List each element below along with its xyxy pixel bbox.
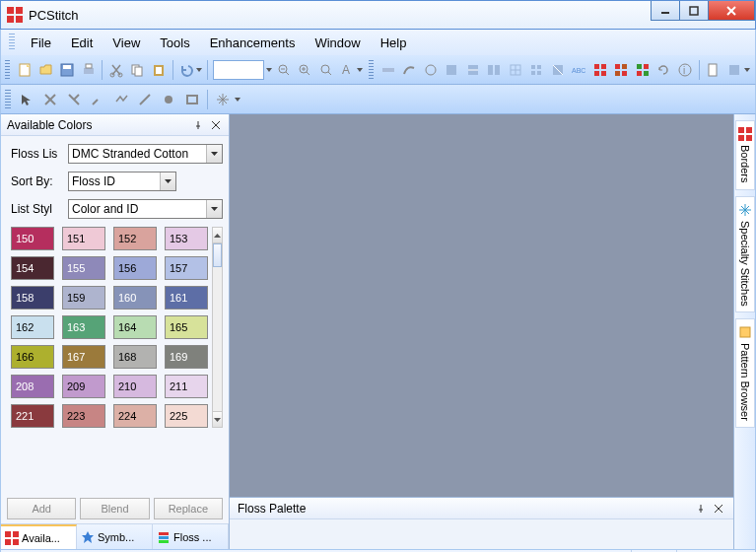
tool-b-icon[interactable] — [400, 59, 420, 81]
color-swatch[interactable]: 166 — [11, 345, 54, 369]
color-swatch[interactable]: 156 — [113, 256, 157, 280]
minimize-button[interactable] — [651, 1, 680, 21]
halfstitch-tool-icon[interactable] — [63, 89, 85, 110]
color-swatch[interactable]: 225 — [165, 404, 208, 428]
menu-tools[interactable]: Tools — [150, 34, 199, 52]
open-icon[interactable] — [36, 59, 56, 81]
tool-abc-icon[interactable]: ABC — [570, 59, 589, 81]
menu-enhancements[interactable]: Enhancements — [200, 34, 306, 52]
zoom-out-icon[interactable] — [274, 59, 294, 81]
color-swatch[interactable]: 210 — [113, 375, 157, 398]
tool-h-icon[interactable] — [527, 59, 547, 81]
tool-f-icon[interactable] — [485, 59, 505, 81]
stitch-tool-icon[interactable] — [39, 89, 61, 110]
floss-list-select[interactable]: DMC Stranded Cotton — [68, 144, 223, 164]
line-tool-icon[interactable] — [134, 89, 156, 110]
toolbar-grip-3[interactable] — [5, 90, 11, 109]
tool-a-icon[interactable] — [378, 59, 398, 81]
tool-info-icon[interactable]: i — [675, 59, 695, 81]
close-panel-icon[interactable] — [209, 118, 223, 132]
backstitch-tool-icon[interactable] — [110, 89, 132, 110]
vtab-specialty[interactable]: Specialty Stitches — [735, 196, 755, 313]
add-button[interactable]: Add — [7, 498, 76, 519]
tool-c-icon[interactable] — [421, 59, 441, 81]
tool-e-icon[interactable] — [463, 59, 483, 81]
color-swatch[interactable]: 159 — [62, 286, 105, 310]
color-swatch[interactable]: 162 — [11, 315, 54, 339]
workspace[interactable] — [230, 114, 733, 498]
color-swatch[interactable]: 158 — [11, 286, 54, 310]
tab-floss[interactable]: Floss ... — [153, 524, 229, 549]
menu-edit[interactable]: Edit — [61, 34, 103, 52]
tool-i-icon[interactable] — [548, 59, 568, 81]
toolbar-grip-2[interactable] — [369, 60, 374, 80]
tool-g-icon[interactable] — [506, 59, 525, 81]
color-swatch[interactable]: 164 — [113, 315, 157, 339]
dot-tool-icon[interactable] — [158, 89, 179, 110]
menubar-grip[interactable] — [9, 34, 15, 51]
special-tool-icon[interactable] — [212, 89, 234, 110]
toolbar-grip[interactable] — [5, 60, 10, 80]
undo-dropdown[interactable] — [195, 59, 204, 81]
swatch-scrollbar[interactable] — [212, 227, 223, 428]
color-swatch[interactable]: 167 — [62, 345, 105, 369]
tool-green-icon[interactable] — [633, 59, 653, 81]
menu-view[interactable]: View — [103, 34, 150, 52]
color-swatch[interactable]: 157 — [165, 256, 208, 280]
rect-tool-icon[interactable] — [181, 89, 203, 110]
zoom-combo[interactable] — [213, 60, 265, 80]
color-swatch[interactable]: 155 — [62, 256, 105, 280]
color-swatch[interactable]: 208 — [11, 375, 54, 398]
print-icon[interactable] — [79, 59, 99, 81]
quarter-tool-icon[interactable] — [87, 89, 108, 110]
tool-refresh-icon[interactable] — [654, 59, 674, 81]
zoom-in-icon[interactable] — [296, 59, 315, 81]
close-button[interactable] — [708, 1, 755, 21]
menu-help[interactable]: Help — [371, 34, 417, 52]
zoom-dropdown[interactable] — [264, 59, 273, 81]
sort-by-select[interactable]: Floss ID — [68, 172, 176, 191]
tab-available[interactable]: Availa... — [1, 524, 77, 549]
palette-pin-icon[interactable] — [694, 502, 708, 516]
color-swatch[interactable]: 160 — [113, 286, 157, 310]
color-swatch[interactable]: 221 — [11, 404, 54, 428]
scroll-up-icon[interactable] — [213, 228, 222, 243]
color-swatch[interactable]: 163 — [62, 315, 105, 339]
list-style-select[interactable]: Color and ID — [68, 199, 223, 219]
scroll-down-icon[interactable] — [213, 411, 222, 427]
vtab-pattern-browser[interactable]: Pattern Browser — [735, 318, 755, 428]
color-swatch[interactable]: 223 — [62, 404, 105, 428]
color-swatch[interactable]: 168 — [113, 345, 157, 369]
tool-doc-icon[interactable] — [703, 59, 722, 81]
new-icon[interactable] — [15, 59, 34, 81]
copy-icon[interactable] — [128, 59, 148, 81]
blend-button[interactable]: Blend — [80, 498, 149, 519]
tool-last-icon[interactable] — [724, 59, 744, 81]
menu-window[interactable]: Window — [305, 34, 370, 52]
palette-close-icon[interactable] — [712, 502, 725, 516]
save-icon[interactable] — [57, 59, 77, 81]
menu-file[interactable]: File — [21, 34, 61, 52]
zoom-fit-icon[interactable] — [316, 59, 336, 81]
color-swatch[interactable]: 224 — [113, 404, 157, 428]
arrow-tool-icon[interactable] — [16, 89, 37, 110]
draw-toolbar-overflow[interactable] — [233, 89, 242, 110]
zoom-menu-dropdown[interactable] — [356, 59, 365, 81]
toolbar-overflow[interactable] — [742, 59, 751, 81]
color-swatch[interactable]: 165 — [165, 315, 208, 339]
vtab-borders[interactable]: Borders — [735, 120, 755, 190]
cut-icon[interactable] — [106, 59, 126, 81]
color-swatch[interactable]: 152 — [113, 227, 157, 250]
color-swatch[interactable]: 154 — [11, 256, 54, 280]
undo-icon[interactable] — [177, 59, 197, 81]
tool-d-icon[interactable] — [443, 59, 462, 81]
pin-icon[interactable] — [191, 118, 205, 132]
maximize-button[interactable] — [679, 1, 709, 21]
color-swatch[interactable]: 150 — [11, 227, 54, 250]
paste-icon[interactable] — [149, 59, 169, 81]
scroll-thumb[interactable] — [213, 243, 222, 267]
color-swatch[interactable]: 211 — [165, 375, 208, 398]
text-icon[interactable]: A — [338, 59, 358, 81]
replace-button[interactable]: Replace — [154, 498, 223, 519]
tab-symbols[interactable]: Symb... — [77, 524, 153, 549]
